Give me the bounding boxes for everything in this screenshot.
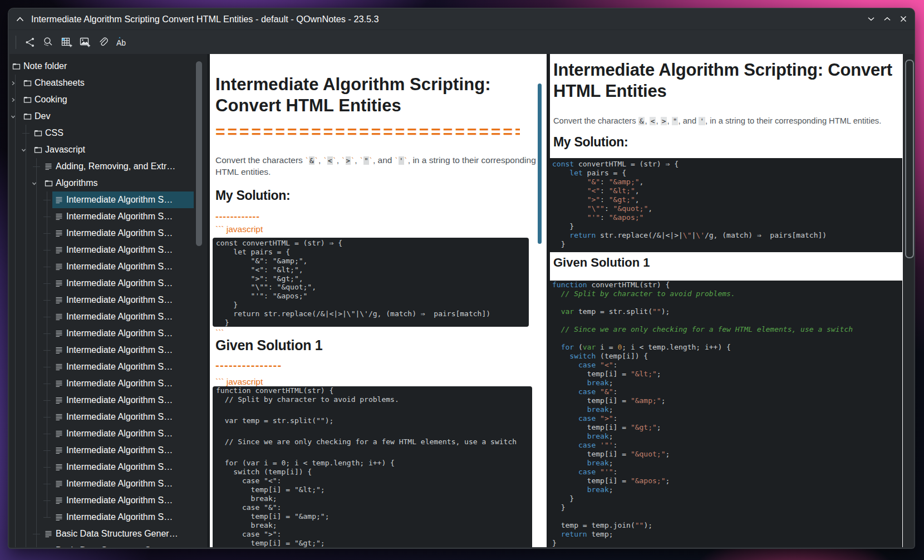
note-icon xyxy=(55,325,63,342)
tree-item-note[interactable]: Intermediate Algorithm S… xyxy=(9,191,207,208)
editor-panel[interactable]: Intermediate Algorithm Scripting:Convert… xyxy=(210,54,547,547)
tree-item-note[interactable]: Intermediate Algorithm S… xyxy=(9,258,207,275)
note-icon xyxy=(55,191,63,208)
toolbar-handle[interactable] xyxy=(16,36,16,49)
tree-item-folder[interactable]: Dev xyxy=(9,108,207,125)
tree-item-note[interactable]: Intermediate Algorithm S… xyxy=(9,492,207,509)
code-line: case "<": xyxy=(216,477,532,485)
code-line xyxy=(552,316,902,325)
tree-item-label: Intermediate Algorithm S… xyxy=(66,342,200,358)
inline-code: < xyxy=(327,156,333,165)
sidebar-scrollbar[interactable] xyxy=(196,61,202,246)
chevron-right-icon[interactable] xyxy=(11,75,16,91)
markdown-code-fence: ``` xyxy=(215,328,224,338)
tree-item-label: Intermediate Algorithm S… xyxy=(66,492,200,509)
code-block: const convertHTML = (str) ⇒ { let pairs … xyxy=(213,238,529,327)
tree-item-note[interactable]: Adding, Removing, and Extr… xyxy=(9,158,207,175)
tree-item-note[interactable]: Intermediate Algorithm S… xyxy=(9,475,207,492)
folder-icon xyxy=(23,75,32,91)
tree-item-note[interactable]: Intermediate Algorithm S… xyxy=(9,342,207,358)
folder-icon xyxy=(34,141,42,158)
editor-scrollbar[interactable] xyxy=(538,83,542,244)
insert-image-icon[interactable] xyxy=(78,36,91,48)
tree-item-note[interactable]: Intermediate Algorithm S… xyxy=(9,509,207,525)
tree-item-label: Basic Data Structures Gener… xyxy=(56,542,200,547)
close-button[interactable] xyxy=(900,16,907,22)
code-line: const convertHTML = (str) ⇒ { xyxy=(216,239,529,248)
tree-item-folder[interactable]: Note folder xyxy=(9,58,207,75)
titlebar[interactable]: Intermediate Algorithm Scripting Convert… xyxy=(8,8,915,30)
code-line: } xyxy=(216,301,529,310)
tree-item-label: Intermediate Algorithm S… xyxy=(66,258,200,275)
chevron-down-icon[interactable] xyxy=(21,141,26,158)
code-line: // Split by character to avoid problems. xyxy=(552,289,902,298)
note-icon xyxy=(55,425,63,442)
format-text-icon[interactable]: Ab xyxy=(115,36,128,48)
code-line: // Split by character to avoid problems. xyxy=(216,395,532,404)
code-line: ">": "&gt;", xyxy=(552,195,902,204)
search-icon[interactable] xyxy=(42,36,55,48)
tree-item-note[interactable]: Intermediate Algorithm S… xyxy=(9,392,207,409)
tree-item-folder[interactable]: Javascript xyxy=(9,141,207,158)
tree-item-label: Intermediate Algorithm S… xyxy=(66,459,200,475)
code-line: temp[i] = "&amp;"; xyxy=(552,396,902,405)
chevron-down-icon[interactable] xyxy=(11,108,16,125)
minimize-button[interactable] xyxy=(868,16,874,22)
tree-item-folder[interactable]: Cheatsheets xyxy=(9,75,207,91)
preview-scrollbar[interactable] xyxy=(905,60,914,258)
note-icon xyxy=(45,525,52,542)
note-icon xyxy=(55,475,63,492)
preview-heading: Intermediate Algorithm Scripting: Conver… xyxy=(553,60,892,102)
tree-item-note[interactable]: Intermediate Algorithm S… xyxy=(9,242,207,258)
shade-icon[interactable] xyxy=(16,17,24,22)
tree-item-note[interactable]: Intermediate Algorithm S… xyxy=(9,375,207,392)
tree-item-note[interactable]: Intermediate Algorithm S… xyxy=(9,225,207,242)
tree-item-note[interactable]: Intermediate Algorithm S… xyxy=(9,275,207,292)
tree-item-label: Intermediate Algorithm S… xyxy=(66,425,200,442)
code-line: } xyxy=(216,318,529,327)
insert-table-icon[interactable] xyxy=(60,36,73,48)
tree-item-label: Javascript xyxy=(45,141,200,158)
tree-item-label: Intermediate Algorithm S… xyxy=(66,375,200,392)
tree-item-note[interactable]: Intermediate Algorithm S… xyxy=(9,358,207,375)
tree-item-note[interactable]: Intermediate Algorithm S… xyxy=(9,409,207,425)
tree-item-folder[interactable]: Algorithms xyxy=(9,175,207,191)
code-line: temp[i] = "&lt;"; xyxy=(216,485,532,494)
attachment-icon[interactable] xyxy=(97,36,110,48)
tree-item-note[interactable]: Intermediate Algorithm S… xyxy=(9,208,207,225)
preview-panel: Intermediate Algorithm Scripting: Conver… xyxy=(550,54,903,547)
tree-item-note[interactable]: Intermediate Algorithm S… xyxy=(9,425,207,442)
tree-item-note[interactable]: Intermediate Algorithm S… xyxy=(9,442,207,459)
maximize-button[interactable] xyxy=(884,16,891,22)
tree-item-note[interactable]: Basic Data Structures Gener… xyxy=(9,542,207,547)
markdown-code-fence: ``` javascript xyxy=(215,224,263,234)
share-icon[interactable] xyxy=(23,36,36,48)
preview-scrollbar-track[interactable] xyxy=(903,54,913,547)
chevron-right-icon[interactable] xyxy=(11,91,16,108)
note-icon xyxy=(55,358,63,375)
note-icon xyxy=(55,208,63,225)
chevron-down-icon[interactable] xyxy=(32,175,37,191)
code-line: const convertHTML = (str) ⇒ { xyxy=(552,160,902,169)
tree-item-folder[interactable]: CSS xyxy=(9,125,207,141)
code-line: case ">": xyxy=(552,414,902,423)
markdown-dash-underline: ------------ xyxy=(215,211,260,222)
tree-item-folder[interactable]: Cooking xyxy=(9,91,207,108)
tree-item-note[interactable]: Intermediate Algorithm S… xyxy=(9,308,207,325)
tree-item-note[interactable]: Basic Data Structures Gener… xyxy=(9,525,207,542)
code-line xyxy=(216,425,532,438)
code-line: } xyxy=(552,222,902,231)
tree-item-note[interactable]: Intermediate Algorithm S… xyxy=(9,292,207,308)
note-icon xyxy=(55,242,63,258)
markdown-code-fence: ``` javascript xyxy=(215,377,263,387)
code-line: break; xyxy=(552,405,902,414)
note-icon xyxy=(45,542,52,547)
code-line: temp = temp.join(""); xyxy=(552,521,902,530)
code-line xyxy=(552,512,902,521)
tree-item-label: Cooking xyxy=(35,91,200,108)
tree-item-note[interactable]: Intermediate Algorithm S… xyxy=(9,459,207,475)
code-line: function convertHTML(str) { xyxy=(552,281,902,289)
note-icon xyxy=(45,158,52,175)
tree-item-note[interactable]: Intermediate Algorithm S… xyxy=(9,325,207,342)
note-icon xyxy=(55,275,63,292)
